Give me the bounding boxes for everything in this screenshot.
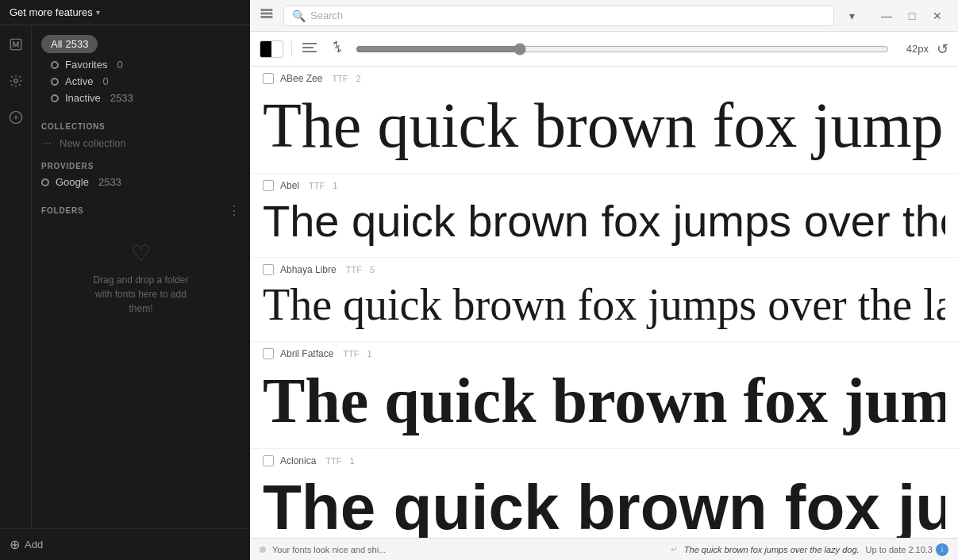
size-range-input[interactable]: [356, 43, 889, 56]
font-type: TTF: [332, 74, 348, 83]
font-item: Abel TTF 1 The quick brown fox jumps ove…: [250, 174, 958, 258]
font-checkbox[interactable]: [263, 348, 274, 359]
filter-inactive-item[interactable]: Inactive 2533: [41, 90, 240, 106]
font-preview: The quick brown fox jumps over the lazy …: [263, 278, 945, 332]
filter-active-label: Active: [65, 75, 93, 87]
font-name: Abel: [280, 180, 299, 191]
svg-point-2: [10, 112, 21, 124]
svg-rect-6: [261, 17, 272, 18]
folders-empty-text: Drag and drop a folderwith fonts here to…: [93, 273, 188, 316]
status-preview-text: The quick brown fox jumps over the lazy …: [684, 545, 860, 554]
filter-all-count: 2533: [65, 38, 88, 50]
version-text: Up to date 2.10.3: [866, 545, 933, 554]
font-count: 1: [333, 181, 337, 190]
sidebar-main: All 2533 Favorites 0 Active 0: [0, 25, 250, 528]
filter-favorites-label: Favorites: [65, 59, 107, 71]
get-more-features-label: Get more features: [10, 6, 93, 18]
get-more-features-button[interactable]: Get more features ▾: [10, 6, 100, 18]
font-preview: The quick brown fox jumps over the lazy …: [263, 362, 945, 439]
filter-all-button[interactable]: All 2533: [41, 35, 98, 53]
svg-point-1: [13, 79, 17, 83]
svg-point-3: [15, 117, 17, 118]
folders-label: FOLDERS: [41, 206, 83, 215]
font-name: Aclonica: [280, 455, 316, 466]
provider-google-count: 2533: [98, 176, 121, 188]
menu-icon[interactable]: [260, 6, 274, 25]
providers-label: PROVIDERS: [32, 152, 250, 174]
color-swatch[interactable]: [260, 40, 283, 58]
folders-more-icon[interactable]: ⋮: [228, 203, 240, 218]
maximize-button[interactable]: □: [901, 5, 923, 27]
font-count: 5: [370, 265, 375, 274]
status-dot-icon: [260, 547, 266, 553]
title-actions: ▾: [841, 5, 863, 27]
separator-1: [291, 41, 292, 57]
titlebar: 🔍 ▾ — □ ✕: [250, 0, 958, 32]
svg-rect-0: [10, 39, 21, 50]
folders-header: FOLDERS ⋮: [32, 194, 250, 221]
collections-label: COLLECTIONS: [32, 113, 250, 134]
font-checkbox[interactable]: [263, 455, 274, 466]
font-meta: Abhaya Libre TTF 5: [263, 264, 945, 275]
font-meta: Abril Fatface TTF 1: [263, 348, 945, 359]
fonts-nav-icon[interactable]: [5, 33, 27, 56]
font-item: Abril Fatface TTF 1 The quick brown fox …: [250, 342, 958, 449]
filter-active-count: 0: [102, 75, 108, 87]
chevron-down-icon: ▾: [96, 8, 100, 17]
settings-nav-icon[interactable]: [5, 70, 27, 92]
search-input[interactable]: [310, 10, 825, 21]
font-meta: ABee Zee TTF 2: [263, 73, 945, 84]
toolbar: 42px ↺: [250, 32, 958, 67]
font-type: TTF: [325, 456, 341, 466]
font-count: 1: [350, 456, 355, 466]
font-preview: The quick brown fox jumps over the lazy …: [263, 194, 945, 247]
folders-empty: ♡ Drag and drop a folderwith fonts here …: [32, 221, 250, 335]
font-checkbox[interactable]: [263, 73, 274, 84]
add-button[interactable]: ⊕ Add: [0, 528, 250, 560]
status-version: Up to date 2.10.3 i: [866, 543, 948, 556]
font-count: 1: [367, 349, 372, 359]
font-count: 2: [356, 74, 361, 83]
filter-active-item[interactable]: Active 0: [41, 73, 240, 90]
font-item: ABee Zee TTF 2 The quick brown fox jumps…: [250, 67, 958, 174]
new-collection-button[interactable]: ⋯ New collection: [32, 134, 250, 152]
discover-nav-icon[interactable]: [5, 106, 27, 128]
new-collection-text: New collection: [60, 137, 126, 149]
script-button[interactable]: [327, 36, 348, 61]
sidebar-panel: All 2533 Favorites 0 Active 0: [32, 25, 250, 528]
close-button[interactable]: ✕: [926, 5, 948, 27]
font-checkbox[interactable]: [263, 264, 274, 275]
filter-dot-icon: [51, 61, 59, 69]
provider-google-label: Google: [56, 176, 89, 188]
reset-button[interactable]: ↺: [937, 40, 948, 58]
folders-section: FOLDERS ⋮ ♡ Drag and drop a folderwith f…: [32, 190, 250, 338]
font-name: Abhaya Libre: [280, 264, 337, 275]
filter-dropdown-button[interactable]: ▾: [841, 5, 863, 27]
filter-active-dot-icon: [51, 78, 59, 86]
app-container: Get more features ▾: [0, 0, 958, 560]
font-preview: The quick brown fox jumps over the lazy …: [263, 87, 945, 163]
search-area: 🔍: [283, 6, 834, 26]
svg-rect-5: [261, 13, 272, 14]
filter-favorites-count: 0: [117, 59, 122, 71]
filter-inactive-count: 2533: [110, 92, 133, 104]
add-label: Add: [25, 539, 43, 550]
font-item: Aclonica TTF 1 The quick brown fox jumps…: [250, 449, 958, 538]
main-content: 🔍 ▾ — □ ✕: [250, 0, 958, 560]
font-type: TTF: [343, 349, 359, 359]
font-checkbox[interactable]: [263, 180, 274, 191]
provider-google-item[interactable]: Google 2533: [32, 174, 250, 190]
heart-icon: ♡: [131, 240, 151, 267]
icon-nav: [0, 25, 32, 528]
provider-dot-icon: [41, 178, 49, 186]
font-meta: Aclonica TTF 1: [263, 455, 945, 466]
filter-favorites-item[interactable]: Favorites 0: [41, 56, 240, 73]
statusbar: Your fonts look nice and shi... ↵ The qu…: [250, 538, 958, 560]
font-type: TTF: [346, 265, 362, 274]
sidebar: Get more features ▾: [0, 0, 250, 560]
align-button[interactable]: [300, 39, 319, 59]
filter-inactive-label: Inactive: [65, 92, 101, 104]
filter-section: All 2533 Favorites 0 Active 0: [32, 32, 250, 113]
search-icon: 🔍: [292, 10, 306, 22]
minimize-button[interactable]: —: [875, 5, 898, 27]
